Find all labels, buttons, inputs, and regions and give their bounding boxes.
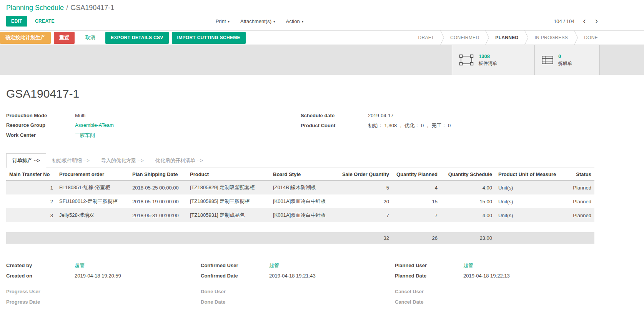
status-pipeline: DRAFT CONFIRMED PLANNED IN PROGRESS DONE	[412, 31, 604, 45]
edit-button[interactable]: EDIT	[6, 16, 27, 27]
cell-plan-shipping-date: 2018-05-31 00:00:00	[129, 208, 187, 222]
planned-user-link[interactable]: 超管	[463, 262, 473, 269]
field-label: Created on	[6, 273, 75, 279]
import-cutting-scheme-button[interactable]: IMPORT CUTTING SCHEME	[172, 32, 246, 44]
table-totals-row: 32 26 23.00	[6, 232, 594, 244]
reset-button[interactable]: 重置	[54, 32, 75, 44]
column-header[interactable]: Board Style	[270, 168, 337, 181]
attachments-menu-label: Attachment(s)	[240, 18, 271, 24]
cell-product-uom: Unit(s)	[495, 181, 564, 195]
status-confirmed[interactable]: CONFIRMED	[444, 35, 485, 40]
field-label: Progress User	[6, 289, 75, 294]
status-arrow-separator-icon	[485, 30, 489, 45]
status-arrow-separator-icon	[574, 30, 578, 45]
cell-status: Planned	[564, 181, 594, 195]
column-header[interactable]: Procurement order	[56, 168, 129, 181]
column-header[interactable]: Main Transfer No	[6, 168, 56, 181]
board-list-stat-button[interactable]: 1308 板件清单	[452, 45, 534, 75]
totals-empty-cell	[129, 232, 187, 244]
work-center-link[interactable]: 三胺车间	[75, 132, 95, 139]
list-icon	[542, 55, 553, 65]
cell-board-style: [Z014R]橡木防潮板	[270, 181, 337, 195]
print-menu[interactable]: Print▾	[216, 18, 230, 24]
created-by-link[interactable]: 超管	[75, 262, 85, 269]
cell-sale-order-quantity: 5	[337, 181, 392, 195]
totals-empty-cell	[270, 232, 337, 244]
breadcrumb: Planning Schedule/GSA190417-1	[0, 0, 644, 13]
cell-main-transfer-no: 2	[6, 194, 56, 208]
breadcrumb-parent-link[interactable]: Planning Schedule	[6, 4, 64, 12]
cell-quantity-planned: 4	[392, 181, 441, 195]
field-cancel-user: Cancel User	[395, 289, 594, 295]
field-schedule-date: Schedule date 2019-04-17	[301, 113, 594, 118]
field-label: Planned Date	[395, 273, 463, 279]
tab-optimized-cutting-list[interactable]: 优化后的开料清单 -->	[150, 154, 209, 168]
column-header[interactable]: Sale Order Quantity	[337, 168, 392, 181]
action-menu[interactable]: Action▾	[286, 18, 304, 24]
cell-product: [TZ1805885] 定制三胺橱柜	[187, 194, 270, 208]
form-sheet: GSA190417-1 Production Mode Multi Resour…	[0, 75, 644, 321]
status-draft[interactable]: DRAFT	[412, 35, 440, 40]
column-header[interactable]: Quantity Planned	[392, 168, 441, 181]
cancel-button[interactable]: 取消	[80, 32, 101, 44]
column-header[interactable]: Product Unit of Measure	[495, 168, 564, 181]
table-row[interactable]: 3 Jelly528-玻璃双 2018-05-31 00:00:00 [TZ18…	[6, 208, 594, 222]
cell-main-transfer-no: 1	[6, 181, 56, 195]
status-planned[interactable]: PLANNED	[489, 35, 524, 40]
table-row[interactable]: 1 FL180351-红橡-浴室柜 2018-05-25 00:00:00 [T…	[6, 181, 594, 195]
disassembly-stat-button[interactable]: 0 拆解单	[534, 45, 600, 75]
cell-product-uom: Unit(s)	[495, 208, 564, 222]
attachments-menu[interactable]: Attachment(s)▾	[240, 18, 275, 24]
print-menu-label: Print	[216, 18, 226, 24]
confirm-production-button[interactable]: 确定按此计划生产	[0, 32, 51, 44]
totals-empty-cell	[495, 232, 564, 244]
disassembly-stat-label: 拆解单	[558, 60, 572, 67]
column-header[interactable]: Status	[564, 168, 594, 181]
field-group-right: Schedule date 2019-04-17 Product Count 初…	[301, 113, 594, 143]
resource-group-link[interactable]: Assemble-ATeam	[75, 122, 114, 128]
column-header[interactable]: Quantity Schedule	[441, 168, 495, 181]
cell-board-style: [K001A]双面冷白中纤板	[270, 208, 337, 222]
cell-product-uom: Unit(s)	[495, 194, 564, 208]
field-product-count: Product Count 初始： 1,308 ， 优化： 0 ， 完工： 0	[301, 122, 594, 129]
create-button[interactable]: CREATE	[33, 16, 56, 27]
table-row[interactable]: 2 SFU180012-定制三胺橱柜 2018-05-19 00:00:00 […	[6, 194, 594, 208]
tab-initial-board-detail[interactable]: 初始板件明细 -->	[46, 154, 95, 168]
field-done-date: Done Date	[201, 299, 395, 306]
status-done[interactable]: DONE	[578, 35, 604, 40]
confirmed-user-link[interactable]: 超管	[269, 262, 279, 269]
cell-procurement-order: SFU180012-定制三胺橱柜	[56, 194, 129, 208]
caret-down-icon: ▾	[302, 20, 304, 23]
created-on-value: 2019-04-18 19:20:59	[75, 273, 121, 279]
tab-order-scheduling[interactable]: 订单排产 -->	[6, 153, 46, 168]
field-label: Production Mode	[6, 113, 75, 118]
confirmed-date-value: 2019-04-18 19:21:43	[269, 273, 316, 279]
cell-sale-order-quantity: 7	[337, 208, 392, 222]
cell-main-transfer-no: 3	[6, 208, 56, 222]
field-label: Confirmed Date	[201, 273, 269, 279]
total-sale-order-quantity: 32	[337, 232, 392, 244]
field-production-mode: Production Mode Multi	[6, 113, 301, 118]
button-box-band: 1308 板件清单 0 拆解单	[0, 45, 644, 75]
export-details-csv-button[interactable]: EXPORT DETAILS CSV	[105, 32, 169, 44]
stat-text: 0 拆解单	[558, 53, 572, 67]
status-in-progress[interactable]: IN PROGRESS	[528, 35, 574, 40]
cell-status: Planned	[564, 194, 594, 208]
stat-text: 1308 板件清单	[479, 53, 497, 67]
notebook-tabs: 订单排产 --> 初始板件明细 --> 导入的优化方案 --> 优化后的开料清单…	[6, 153, 594, 168]
cell-product: [TZ1805931] 定制成品包	[187, 208, 270, 222]
column-header[interactable]: Product	[187, 168, 270, 181]
field-created-by: Created by 超管	[6, 262, 201, 269]
field-label: Done User	[201, 289, 269, 294]
cell-plan-shipping-date: 2018-05-19 00:00:00	[129, 194, 187, 208]
tab-imported-optimization[interactable]: 导入的优化方案 -->	[95, 154, 150, 168]
pager-next-icon[interactable]: ›	[594, 18, 599, 24]
field-groups: Production Mode Multi Resource Group Ass…	[6, 113, 594, 143]
field-confirmed-date: Confirmed Date 2019-04-18 19:21:43	[201, 273, 395, 279]
column-header[interactable]: Plan Shipping Date	[129, 168, 187, 181]
field-label: Done Date	[201, 299, 269, 305]
pager-previous-icon[interactable]: ‹	[582, 18, 586, 24]
production-mode-value: Multi	[75, 113, 85, 118]
field-label: Resource Group	[6, 122, 75, 128]
totals-empty-cell	[564, 232, 594, 244]
